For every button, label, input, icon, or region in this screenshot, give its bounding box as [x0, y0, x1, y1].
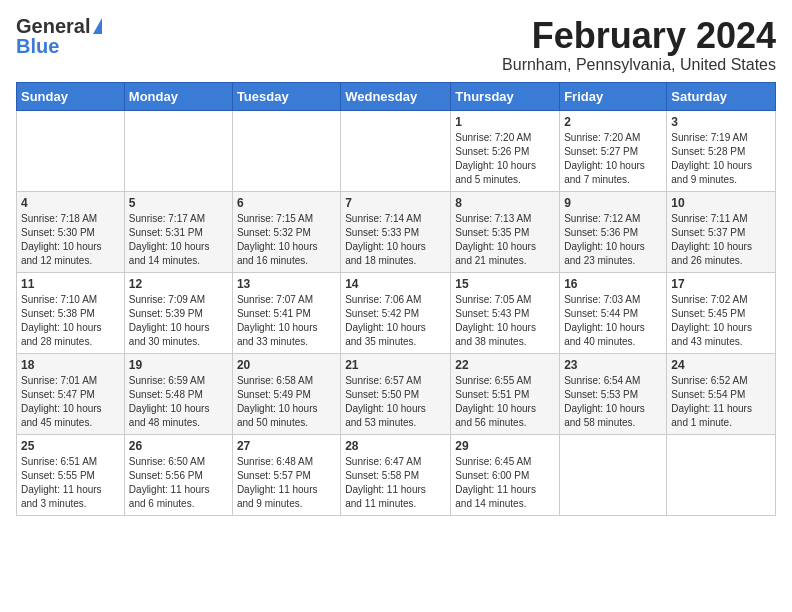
calendar-cell: 11Sunrise: 7:10 AM Sunset: 5:38 PM Dayli… [17, 272, 125, 353]
day-number: 2 [564, 115, 662, 129]
calendar-cell: 17Sunrise: 7:02 AM Sunset: 5:45 PM Dayli… [667, 272, 776, 353]
day-number: 4 [21, 196, 120, 210]
calendar-cell: 14Sunrise: 7:06 AM Sunset: 5:42 PM Dayli… [341, 272, 451, 353]
day-number: 16 [564, 277, 662, 291]
day-number: 22 [455, 358, 555, 372]
day-number: 19 [129, 358, 228, 372]
calendar-week-4: 18Sunrise: 7:01 AM Sunset: 5:47 PM Dayli… [17, 353, 776, 434]
calendar-cell: 6Sunrise: 7:15 AM Sunset: 5:32 PM Daylig… [232, 191, 340, 272]
calendar-cell: 5Sunrise: 7:17 AM Sunset: 5:31 PM Daylig… [124, 191, 232, 272]
day-info: Sunrise: 7:20 AM Sunset: 5:26 PM Dayligh… [455, 131, 555, 187]
day-number: 26 [129, 439, 228, 453]
weekday-header-friday: Friday [560, 82, 667, 110]
calendar-cell: 22Sunrise: 6:55 AM Sunset: 5:51 PM Dayli… [451, 353, 560, 434]
day-info: Sunrise: 7:20 AM Sunset: 5:27 PM Dayligh… [564, 131, 662, 187]
weekday-header-wednesday: Wednesday [341, 82, 451, 110]
weekday-header-monday: Monday [124, 82, 232, 110]
day-number: 12 [129, 277, 228, 291]
day-info: Sunrise: 6:52 AM Sunset: 5:54 PM Dayligh… [671, 374, 771, 430]
weekday-header-saturday: Saturday [667, 82, 776, 110]
day-number: 24 [671, 358, 771, 372]
day-number: 18 [21, 358, 120, 372]
header: General Blue February 2024 Burnham, Penn… [16, 16, 776, 74]
calendar-body: 1Sunrise: 7:20 AM Sunset: 5:26 PM Daylig… [17, 110, 776, 515]
calendar-cell: 16Sunrise: 7:03 AM Sunset: 5:44 PM Dayli… [560, 272, 667, 353]
calendar-cell: 24Sunrise: 6:52 AM Sunset: 5:54 PM Dayli… [667, 353, 776, 434]
calendar-week-1: 1Sunrise: 7:20 AM Sunset: 5:26 PM Daylig… [17, 110, 776, 191]
day-number: 6 [237, 196, 336, 210]
day-number: 9 [564, 196, 662, 210]
logo-blue-text: Blue [16, 36, 59, 56]
calendar-cell: 28Sunrise: 6:47 AM Sunset: 5:58 PM Dayli… [341, 434, 451, 515]
calendar-cell [341, 110, 451, 191]
day-number: 25 [21, 439, 120, 453]
calendar-cell: 3Sunrise: 7:19 AM Sunset: 5:28 PM Daylig… [667, 110, 776, 191]
calendar-cell: 8Sunrise: 7:13 AM Sunset: 5:35 PM Daylig… [451, 191, 560, 272]
calendar-cell: 19Sunrise: 6:59 AM Sunset: 5:48 PM Dayli… [124, 353, 232, 434]
logo: General Blue [16, 16, 102, 56]
logo-triangle-icon [93, 18, 102, 34]
day-info: Sunrise: 7:11 AM Sunset: 5:37 PM Dayligh… [671, 212, 771, 268]
calendar-cell: 23Sunrise: 6:54 AM Sunset: 5:53 PM Dayli… [560, 353, 667, 434]
calendar-cell: 7Sunrise: 7:14 AM Sunset: 5:33 PM Daylig… [341, 191, 451, 272]
calendar-cell: 13Sunrise: 7:07 AM Sunset: 5:41 PM Dayli… [232, 272, 340, 353]
weekday-header-sunday: Sunday [17, 82, 125, 110]
day-info: Sunrise: 6:51 AM Sunset: 5:55 PM Dayligh… [21, 455, 120, 511]
day-info: Sunrise: 6:47 AM Sunset: 5:58 PM Dayligh… [345, 455, 446, 511]
day-info: Sunrise: 7:19 AM Sunset: 5:28 PM Dayligh… [671, 131, 771, 187]
day-info: Sunrise: 7:12 AM Sunset: 5:36 PM Dayligh… [564, 212, 662, 268]
day-info: Sunrise: 6:59 AM Sunset: 5:48 PM Dayligh… [129, 374, 228, 430]
day-number: 29 [455, 439, 555, 453]
day-number: 28 [345, 439, 446, 453]
title-area: February 2024 Burnham, Pennsylvania, Uni… [502, 16, 776, 74]
day-info: Sunrise: 7:09 AM Sunset: 5:39 PM Dayligh… [129, 293, 228, 349]
logo-general-text: General [16, 16, 90, 36]
calendar-cell [232, 110, 340, 191]
calendar-cell [560, 434, 667, 515]
calendar-cell: 15Sunrise: 7:05 AM Sunset: 5:43 PM Dayli… [451, 272, 560, 353]
day-info: Sunrise: 7:18 AM Sunset: 5:30 PM Dayligh… [21, 212, 120, 268]
day-info: Sunrise: 6:45 AM Sunset: 6:00 PM Dayligh… [455, 455, 555, 511]
calendar-cell: 25Sunrise: 6:51 AM Sunset: 5:55 PM Dayli… [17, 434, 125, 515]
calendar-cell: 2Sunrise: 7:20 AM Sunset: 5:27 PM Daylig… [560, 110, 667, 191]
day-info: Sunrise: 6:54 AM Sunset: 5:53 PM Dayligh… [564, 374, 662, 430]
day-info: Sunrise: 7:05 AM Sunset: 5:43 PM Dayligh… [455, 293, 555, 349]
day-number: 7 [345, 196, 446, 210]
day-info: Sunrise: 7:14 AM Sunset: 5:33 PM Dayligh… [345, 212, 446, 268]
day-info: Sunrise: 7:01 AM Sunset: 5:47 PM Dayligh… [21, 374, 120, 430]
day-number: 20 [237, 358, 336, 372]
calendar-cell [667, 434, 776, 515]
day-number: 5 [129, 196, 228, 210]
day-info: Sunrise: 7:15 AM Sunset: 5:32 PM Dayligh… [237, 212, 336, 268]
weekday-header-thursday: Thursday [451, 82, 560, 110]
calendar-cell: 10Sunrise: 7:11 AM Sunset: 5:37 PM Dayli… [667, 191, 776, 272]
day-number: 8 [455, 196, 555, 210]
day-number: 21 [345, 358, 446, 372]
location-title: Burnham, Pennsylvania, United States [502, 56, 776, 74]
calendar-cell: 21Sunrise: 6:57 AM Sunset: 5:50 PM Dayli… [341, 353, 451, 434]
day-number: 14 [345, 277, 446, 291]
weekday-header-tuesday: Tuesday [232, 82, 340, 110]
calendar-table: SundayMondayTuesdayWednesdayThursdayFrid… [16, 82, 776, 516]
day-info: Sunrise: 7:10 AM Sunset: 5:38 PM Dayligh… [21, 293, 120, 349]
day-number: 11 [21, 277, 120, 291]
day-number: 17 [671, 277, 771, 291]
day-info: Sunrise: 6:55 AM Sunset: 5:51 PM Dayligh… [455, 374, 555, 430]
day-info: Sunrise: 7:06 AM Sunset: 5:42 PM Dayligh… [345, 293, 446, 349]
weekday-header-row: SundayMondayTuesdayWednesdayThursdayFrid… [17, 82, 776, 110]
calendar-cell: 1Sunrise: 7:20 AM Sunset: 5:26 PM Daylig… [451, 110, 560, 191]
day-info: Sunrise: 7:17 AM Sunset: 5:31 PM Dayligh… [129, 212, 228, 268]
day-info: Sunrise: 7:02 AM Sunset: 5:45 PM Dayligh… [671, 293, 771, 349]
day-number: 15 [455, 277, 555, 291]
calendar-cell: 27Sunrise: 6:48 AM Sunset: 5:57 PM Dayli… [232, 434, 340, 515]
day-info: Sunrise: 6:57 AM Sunset: 5:50 PM Dayligh… [345, 374, 446, 430]
calendar-week-3: 11Sunrise: 7:10 AM Sunset: 5:38 PM Dayli… [17, 272, 776, 353]
calendar-week-5: 25Sunrise: 6:51 AM Sunset: 5:55 PM Dayli… [17, 434, 776, 515]
day-number: 10 [671, 196, 771, 210]
calendar-cell: 4Sunrise: 7:18 AM Sunset: 5:30 PM Daylig… [17, 191, 125, 272]
calendar-week-2: 4Sunrise: 7:18 AM Sunset: 5:30 PM Daylig… [17, 191, 776, 272]
month-title: February 2024 [502, 16, 776, 56]
calendar-cell: 29Sunrise: 6:45 AM Sunset: 6:00 PM Dayli… [451, 434, 560, 515]
day-info: Sunrise: 6:58 AM Sunset: 5:49 PM Dayligh… [237, 374, 336, 430]
calendar-cell: 18Sunrise: 7:01 AM Sunset: 5:47 PM Dayli… [17, 353, 125, 434]
